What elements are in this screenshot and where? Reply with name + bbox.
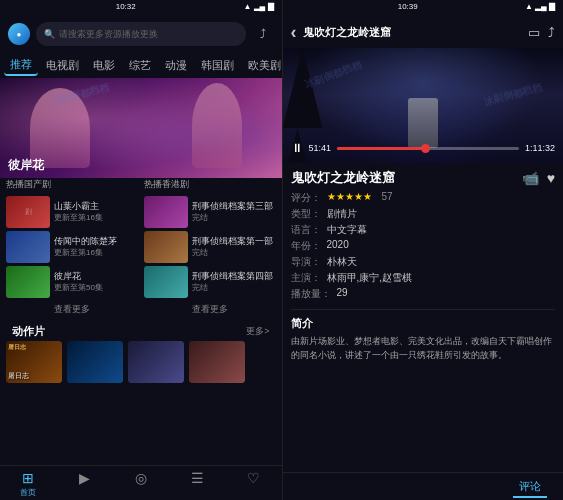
action-section: 动作片 更多> 屠日志 屠日志 bbox=[0, 318, 282, 385]
genre-label: 类型： bbox=[291, 207, 321, 221]
play-icon: ▶ bbox=[79, 470, 90, 486]
nav-tabs: 推荐 电视剧 电影 综艺 动漫 韩国剧 欧美剧 bbox=[0, 52, 282, 78]
drama-episode: 更新至第16集 bbox=[54, 212, 138, 223]
search-placeholder: 请搜索更多资源播放更换 bbox=[59, 28, 158, 41]
year-label: 年份： bbox=[291, 239, 321, 253]
tab-anime[interactable]: 动漫 bbox=[159, 56, 193, 75]
movie-details: 评分： ★★★★★ 57 类型： 剧情片 语言： 中文字幕 年份： 2020 导… bbox=[283, 189, 564, 305]
action-more-button[interactable]: 更多> bbox=[246, 325, 269, 338]
right-bottom-nav: 评论 bbox=[283, 472, 564, 500]
drama-episode: 更新至第16集 bbox=[54, 247, 138, 258]
video-player[interactable]: 冰刷倒都档档 冰刷倒都档档 ⏸ 51:41 1:11:32 bbox=[283, 48, 564, 163]
drama-name: 传闻中的陈楚茅 bbox=[54, 236, 138, 248]
year-value: 2020 bbox=[327, 239, 556, 250]
drama-thumbnail bbox=[6, 231, 50, 263]
drama-item[interactable]: 剧 山葉小霸主 更新至第16集 bbox=[6, 196, 138, 228]
drama-info: 传闻中的陈楚茅 更新至第16集 bbox=[54, 236, 138, 259]
rating-row: 评分： ★★★★★ 57 bbox=[291, 191, 556, 205]
movie-title: 鬼吹灯之龙岭迷窟 bbox=[291, 169, 395, 187]
video-quality-icon[interactable]: 📹 bbox=[522, 170, 539, 186]
genre-value: 剧情片 bbox=[327, 207, 556, 221]
current-time: 51:41 bbox=[309, 143, 332, 153]
right-header-title: 鬼吹灯之龙岭迷窟 bbox=[303, 25, 523, 40]
year-row: 年份： 2020 bbox=[291, 239, 556, 253]
drama-thumbnail bbox=[6, 266, 50, 298]
domestic-drama-column: 热播国产剧 剧 山葉小霸主 更新至第16集 传闻中的陈楚茅 更新至第16集 bbox=[6, 178, 138, 318]
cast-label: 主演： bbox=[291, 271, 321, 285]
see-more-hk[interactable]: 查看更多 bbox=[144, 301, 276, 318]
action-thumb-item[interactable] bbox=[189, 341, 245, 383]
action-thumb-item[interactable] bbox=[128, 341, 184, 383]
drama-item[interactable]: 彼岸花 更新至第50集 bbox=[6, 266, 138, 298]
pause-button[interactable]: ⏸ bbox=[291, 141, 303, 155]
rating-label: 评分： bbox=[291, 191, 321, 205]
share-icon[interactable]: ⤴ bbox=[548, 25, 555, 40]
search-bar[interactable]: 🔍 请搜索更多资源播放更换 bbox=[36, 22, 246, 46]
comment-tab[interactable]: 评论 bbox=[513, 477, 547, 498]
play-bar: ⏸ 51:41 1:11:32 bbox=[291, 141, 556, 155]
rating-count: 57 bbox=[382, 191, 393, 202]
action-thumb-label: 屠日志 bbox=[8, 371, 29, 381]
tab-movie[interactable]: 电影 bbox=[87, 56, 121, 75]
right-panel: 10:39 ▲ ▂▄ ▇ ‹ 鬼吹灯之龙岭迷窟 ▭ ⤴ 冰刷倒都档档 冰刷倒都档… bbox=[283, 0, 564, 500]
progress-dot bbox=[421, 144, 430, 153]
drama-item[interactable]: 刑事侦缉档案第一部 完结 bbox=[144, 231, 276, 263]
tab-western[interactable]: 欧美剧 bbox=[242, 56, 282, 75]
drama-thumbnail bbox=[144, 266, 188, 298]
share-button[interactable]: ⤴ bbox=[252, 23, 274, 45]
drama-episode: 完结 bbox=[192, 247, 276, 258]
nav-menu[interactable]: ☰ bbox=[169, 470, 225, 498]
rating-stars: ★★★★★ bbox=[327, 191, 372, 202]
nav-home[interactable]: ⊞ 首页 bbox=[0, 470, 56, 498]
director-label: 导演： bbox=[291, 255, 321, 269]
left-panel: 10:32 ▲ ▂▄ ▇ ● 🔍 请搜索更多资源播放更换 ⤴ 推荐 电视剧 电影… bbox=[0, 0, 282, 500]
genre-row: 类型： 剧情片 bbox=[291, 207, 556, 221]
director-value: 朴林天 bbox=[327, 255, 556, 269]
drama-item[interactable]: 刑事侦缉档案第三部 完结 bbox=[144, 196, 276, 228]
action-section-title: 动作片 bbox=[12, 324, 45, 339]
action-thumb-item[interactable]: 屠日志 屠日志 bbox=[6, 341, 62, 383]
home-icon: ⊞ bbox=[22, 470, 34, 486]
drama-info: 彼岸花 更新至第50集 bbox=[54, 271, 138, 294]
right-status-time: 10:39 bbox=[398, 2, 418, 14]
drama-info: 刑事侦缉档案第四部 完结 bbox=[192, 271, 276, 294]
tab-korean[interactable]: 韩国剧 bbox=[195, 56, 240, 75]
avatar[interactable]: ● bbox=[8, 23, 30, 45]
views-value: 29 bbox=[337, 287, 556, 298]
left-status-time: 10:32 bbox=[116, 2, 136, 14]
drama-item[interactable]: 刑事侦缉档案第四部 完结 bbox=[144, 266, 276, 298]
cast-value: 林雨甲,康宁,赵雪棋 bbox=[327, 271, 556, 285]
drama-item[interactable]: 传闻中的陈楚茅 更新至第16集 bbox=[6, 231, 138, 263]
drama-thumbnail bbox=[144, 231, 188, 263]
nav-play[interactable]: ▶ bbox=[56, 470, 112, 498]
cast-icon[interactable]: ▭ bbox=[528, 25, 540, 40]
drama-name: 彼岸花 bbox=[54, 271, 138, 283]
left-header: ● 🔍 请搜索更多资源播放更换 ⤴ bbox=[0, 16, 282, 52]
lang-value: 中文字幕 bbox=[327, 223, 556, 237]
tab-variety[interactable]: 综艺 bbox=[123, 56, 157, 75]
movie-action-icons: 📹 ♥ bbox=[522, 170, 555, 186]
action-section-header: 动作片 更多> bbox=[6, 320, 276, 341]
views-label: 播放量： bbox=[291, 287, 331, 301]
progress-bar[interactable] bbox=[337, 147, 519, 150]
discover-icon: ◎ bbox=[135, 470, 147, 486]
drama-episode: 完结 bbox=[192, 212, 276, 223]
nav-discover[interactable]: ◎ bbox=[113, 470, 169, 498]
drama-name: 刑事侦缉档案第三部 bbox=[192, 201, 276, 213]
drama-info: 山葉小霸主 更新至第16集 bbox=[54, 201, 138, 224]
favorite-icon[interactable]: ♥ bbox=[547, 170, 555, 186]
action-thumb-item[interactable] bbox=[67, 341, 123, 383]
tab-recommend[interactable]: 推荐 bbox=[4, 55, 38, 76]
see-more-domestic[interactable]: 查看更多 bbox=[6, 301, 138, 318]
director-row: 导演： 朴林天 bbox=[291, 255, 556, 269]
drama-thumbnail: 剧 bbox=[6, 196, 50, 228]
cast-row: 主演： 林雨甲,康宁,赵雪棋 bbox=[291, 271, 556, 285]
back-button[interactable]: ‹ bbox=[291, 22, 297, 43]
action-thumbnails: 屠日志 屠日志 bbox=[6, 341, 276, 383]
banner[interactable]: 冰刷倒都档档 彼岸花 bbox=[0, 78, 282, 178]
nav-profile[interactable]: ♡ bbox=[225, 470, 281, 498]
drama-episode: 完结 bbox=[192, 282, 276, 293]
tab-tv[interactable]: 电视剧 bbox=[40, 56, 85, 75]
hk-drama-column: 热播香港剧 刑事侦缉档案第三部 完结 刑事侦缉档案第一部 完结 刑事侦缉档案第四… bbox=[144, 178, 276, 318]
drama-thumbnail bbox=[144, 196, 188, 228]
